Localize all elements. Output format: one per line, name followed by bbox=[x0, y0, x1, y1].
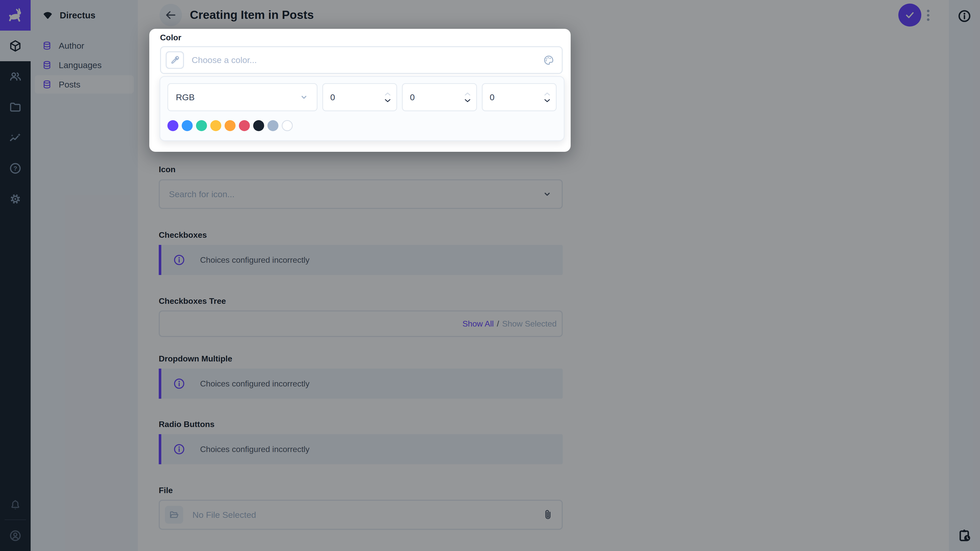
swatch-red[interactable] bbox=[239, 120, 250, 131]
swatch-black[interactable] bbox=[253, 120, 264, 131]
stepper-up-icon bbox=[544, 92, 551, 96]
blue-value: 0 bbox=[490, 92, 495, 102]
color-mode-value: RGB bbox=[176, 92, 195, 102]
green-value: 0 bbox=[410, 92, 415, 102]
red-value-input[interactable]: 0 bbox=[322, 83, 397, 111]
color-input-placeholder: Choose a color... bbox=[192, 55, 257, 65]
swatch-purple[interactable] bbox=[167, 120, 178, 131]
swatch-orange[interactable] bbox=[224, 120, 235, 131]
stepper-up-icon bbox=[464, 92, 471, 96]
eyedropper-button[interactable] bbox=[165, 51, 184, 69]
palette-icon[interactable] bbox=[543, 54, 555, 66]
color-swatches bbox=[167, 120, 557, 131]
stepper-up-icon bbox=[384, 92, 391, 96]
stepper-down-icon bbox=[384, 98, 391, 103]
stepper-down-icon bbox=[544, 98, 551, 103]
blue-value-input[interactable]: 0 bbox=[482, 83, 557, 111]
swatch-gray[interactable] bbox=[267, 120, 278, 131]
swatch-green[interactable] bbox=[196, 120, 207, 131]
color-mode-select[interactable]: RGB bbox=[167, 83, 318, 111]
eyedropper-icon bbox=[170, 55, 180, 65]
color-input[interactable]: Choose a color... bbox=[160, 46, 563, 74]
swatch-blue[interactable] bbox=[182, 120, 192, 131]
red-value: 0 bbox=[330, 92, 335, 102]
swatch-white[interactable] bbox=[282, 120, 293, 131]
color-dropdown-panel: RGB 0 0 bbox=[159, 76, 565, 141]
green-value-input[interactable]: 0 bbox=[402, 83, 477, 111]
color-field-label: Color bbox=[160, 33, 181, 42]
stepper-down-icon bbox=[464, 98, 471, 103]
swatch-yellow[interactable] bbox=[210, 120, 221, 131]
color-picker-popup: Color Choose a color... RGB bbox=[149, 29, 571, 152]
chevron-down-icon bbox=[299, 92, 309, 102]
